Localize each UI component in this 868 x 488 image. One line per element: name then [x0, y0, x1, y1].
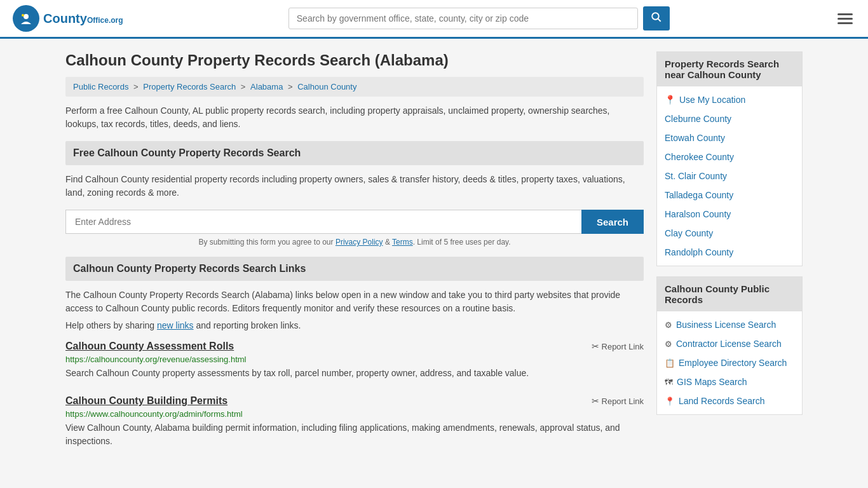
logo-icon [13, 5, 39, 32]
svg-point-2 [22, 14, 24, 17]
logo-text-area: CountyOffice.org [43, 11, 123, 26]
nearby-county-link-4[interactable]: Talladega County [657, 186, 802, 205]
new-links-link[interactable]: new links [157, 320, 194, 330]
nearby-county-link-5[interactable]: Haralson County [657, 205, 802, 224]
breadcrumb-sep-1: > [133, 82, 140, 92]
report-icon-1: ✂ [592, 396, 599, 406]
nearby-county-link-2[interactable]: Cherokee County [657, 147, 802, 166]
address-input[interactable] [65, 210, 581, 234]
nearby-body: 📍 Use My Location Cleburne CountyEtowah … [657, 86, 802, 266]
logo-county: County [43, 11, 87, 25]
page-header: CountyOffice.org [0, 0, 868, 39]
link-item-header: Calhoun County Assessment Rolls ✂ Report… [65, 341, 644, 352]
address-form: Search [65, 210, 644, 234]
header-search-button[interactable] [643, 6, 670, 30]
use-my-location-label: Use My Location [679, 95, 745, 105]
form-note-mid: & [383, 238, 392, 247]
page-title: Calhoun County Property Records Search (… [65, 51, 644, 69]
hamburger-line-3 [837, 22, 853, 24]
breadcrumb-property-records-search[interactable]: Property Records Search [143, 82, 236, 92]
header-search-input[interactable] [288, 8, 638, 29]
link-item: Calhoun County Building Permits ✂ Report… [65, 395, 644, 448]
search-icon [651, 11, 662, 23]
breadcrumb-sep-3: > [288, 82, 295, 92]
nearby-counties-list: Cleburne CountyEtowah CountyCherokee Cou… [657, 109, 802, 262]
links-description: The Calhoun County Property Records Sear… [65, 288, 644, 315]
public-records-header: Calhoun County Public Records [657, 277, 802, 311]
public-record-link-3[interactable]: 🗺GIS Maps Search [657, 372, 802, 391]
link-desc-0: Search Calhoun County property assessmen… [65, 367, 644, 380]
free-search-header: Free Calhoun County Property Records Sea… [65, 141, 644, 165]
book-icon: 📋 [665, 358, 675, 368]
report-label-1: Report Link [602, 396, 644, 406]
nearby-header: Property Records Search near Calhoun Cou… [657, 52, 802, 86]
form-note-post: . Limit of 5 free uses per day. [413, 238, 511, 247]
gear-o-icon: ⚙ [665, 339, 672, 349]
privacy-policy-link[interactable]: Privacy Policy [336, 238, 383, 247]
links-header: Calhoun County Property Records Search L… [65, 257, 644, 281]
share-note-post: and reporting broken links. [194, 320, 301, 330]
free-search-description: Find Calhoun County residential property… [65, 173, 644, 200]
share-note: Help others by sharing new links and rep… [65, 320, 644, 330]
report-icon-0: ✂ [592, 341, 599, 351]
logo-org: Office.org [87, 16, 123, 25]
terms-link[interactable]: Terms [392, 238, 413, 247]
gear-icon: ⚙ [665, 320, 672, 330]
public-record-label-4: Land Records Search [679, 396, 764, 406]
link-title-0[interactable]: Calhoun County Assessment Rolls [65, 341, 234, 352]
pin-icon: 📍 [665, 396, 675, 406]
link-url-0: https://calhouncounty.org/revenue/assess… [65, 355, 644, 364]
hamburger-line-2 [837, 18, 853, 20]
page-container: Calhoun County Property Records Search (… [53, 39, 815, 476]
logo-svg [18, 10, 34, 27]
report-link-btn-0[interactable]: ✂ Report Link [592, 341, 644, 351]
public-records-list: ⚙Business License Search⚙Contractor Lice… [657, 315, 802, 410]
report-link-btn-1[interactable]: ✂ Report Link [592, 396, 644, 406]
breadcrumb-alabama[interactable]: Alabama [250, 82, 283, 92]
nearby-county-link-0[interactable]: Cleburne County [657, 109, 802, 128]
svg-point-1 [24, 14, 29, 19]
use-my-location-link[interactable]: 📍 Use My Location [657, 90, 802, 109]
sidebar: Property Records Search near Calhoun Cou… [656, 51, 803, 463]
svg-line-4 [658, 19, 660, 22]
breadcrumb-calhoun-county[interactable]: Calhoun County [297, 82, 356, 92]
public-record-label-2: Employee Directory Search [679, 358, 787, 368]
free-search-section: Free Calhoun County Property Records Sea… [65, 141, 644, 247]
nearby-section: Property Records Search near Calhoun Cou… [656, 51, 803, 266]
public-records-body: ⚙Business License Search⚙Contractor Lice… [657, 311, 802, 414]
public-record-label-3: GIS Maps Search [677, 377, 747, 387]
links-section: Calhoun County Property Records Search L… [65, 257, 644, 448]
map-icon: 🗺 [665, 377, 673, 387]
header-search-container [288, 6, 670, 30]
link-title-1[interactable]: Calhoun County Building Permits [65, 395, 227, 407]
breadcrumb: Public Records > Property Records Search… [65, 77, 644, 97]
logo-area: CountyOffice.org [13, 5, 123, 32]
logo-wordmark: CountyOffice.org [43, 11, 123, 25]
public-record-link-0[interactable]: ⚙Business License Search [657, 315, 802, 334]
main-content: Calhoun County Property Records Search (… [65, 51, 644, 463]
search-button[interactable]: Search [581, 210, 644, 234]
link-url-1: https://www.calhouncounty.org/admin/form… [65, 409, 644, 419]
nearby-county-link-7[interactable]: Randolph County [657, 243, 802, 262]
public-record-label-0: Business License Search [676, 320, 776, 330]
nearby-county-link-1[interactable]: Etowah County [657, 128, 802, 147]
share-note-pre: Help others by sharing [65, 320, 157, 330]
report-label-0: Report Link [602, 342, 644, 351]
hamburger-menu-button[interactable] [835, 11, 855, 27]
hamburger-line-1 [837, 13, 853, 15]
public-record-link-4[interactable]: 📍Land Records Search [657, 391, 802, 410]
nearby-county-link-3[interactable]: St. Clair County [657, 166, 802, 186]
public-record-label-1: Contractor License Search [676, 339, 782, 349]
nearby-county-link-6[interactable]: Clay County [657, 224, 802, 243]
public-record-link-1[interactable]: ⚙Contractor License Search [657, 334, 802, 353]
page-description: Perform a free Calhoun County, AL public… [65, 104, 644, 131]
link-item-header: Calhoun County Building Permits ✂ Report… [65, 395, 644, 407]
form-note-pre: By submitting this form you agree to our [198, 238, 335, 247]
links-list: Calhoun County Assessment Rolls ✂ Report… [65, 341, 644, 448]
breadcrumb-public-records[interactable]: Public Records [73, 82, 128, 92]
link-item: Calhoun County Assessment Rolls ✂ Report… [65, 341, 644, 380]
svg-point-3 [652, 13, 659, 20]
form-note: By submitting this form you agree to our… [65, 238, 644, 247]
public-records-section: Calhoun County Public Records ⚙Business … [656, 276, 803, 415]
public-record-link-2[interactable]: 📋Employee Directory Search [657, 353, 802, 372]
